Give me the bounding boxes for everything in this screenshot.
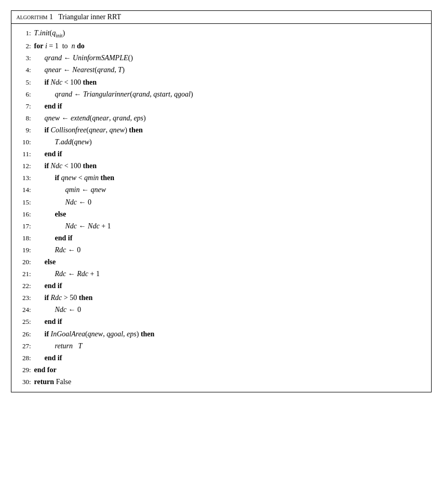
line-content: end if [34,100,426,112]
line-content: Ndc ← Ndc + 1 [34,220,426,232]
line-content: T.add(qnew) [34,136,426,148]
line-number: 20: [17,256,31,267]
line-number: 26: [17,329,31,339]
line-number: 3: [17,52,31,63]
line-content: if InGoalArea(qnew, qgoal, eps) then [34,328,426,340]
line-number: 28: [17,352,31,363]
line-number: 8: [17,113,31,124]
line-content: end if [34,148,426,160]
algorithm-line: 20:else [17,256,426,268]
algorithm-line: 29:end for [17,364,426,376]
line-number: 29: [17,364,31,375]
algorithm-line: 7:end if [17,100,426,112]
line-content: else [34,208,426,220]
line-content: Ndc ← 0 [34,304,426,316]
algorithm-line: 24:Ndc ← 0 [17,304,426,316]
line-number: 13: [17,172,31,183]
algorithm-line: 26:if InGoalArea(qnew, qgoal, eps) then [17,328,426,340]
line-content: end if [34,280,426,292]
line-content: if qnew < qmin then [34,172,426,184]
line-content: qmin ← qnew [34,184,426,196]
algorithm-line: 19:Rdc ← 0 [17,244,426,256]
algorithm-line: 8:qnew ← extend(qnear, qrand, eps) [17,112,426,124]
line-content: qrand ← UninformSAMPLE() [34,52,426,64]
algorithm-line: 12:if Ndc < 100 then [17,160,426,172]
algorithm-line: 4:qnear ← Nearest(qrand, T) [17,64,426,76]
line-content: if Ndc < 100 then [34,160,426,172]
algorithm-body: 1:T.init(qinit)2:for i = 1 to n do3:qran… [11,24,431,392]
line-content: end if [34,232,426,244]
line-content: if Collisonfree(qnear, qnew) then [34,124,426,136]
line-content: T.init(qinit) [34,27,426,40]
line-number: 23: [17,292,31,303]
algorithm-line: 16:else [17,208,426,220]
line-number: 1: [17,28,31,38]
algorithm-line: 10:T.add(qnew) [17,136,426,148]
line-content: return T [34,340,426,352]
line-content: Ndc ← 0 [34,196,426,208]
line-content: qrand ← Triangularinner(qrand, qstart, q… [34,88,426,100]
line-number: 4: [17,64,31,75]
line-number: 25: [17,316,31,327]
algorithm-line: 21:Rdc ← Rdc + 1 [17,268,426,280]
line-content: Rdc ← Rdc + 1 [34,268,426,280]
line-number: 27: [17,340,31,351]
line-number: 2: [17,40,31,51]
line-number: 6: [17,89,31,100]
line-number: 22: [17,280,31,291]
algorithm-line: 11:end if [17,148,426,160]
line-number: 18: [17,233,31,243]
line-content: else [34,256,426,268]
line-number: 30: [17,376,31,387]
line-content: Rdc ← 0 [34,244,426,256]
algorithm-line: 13:if qnew < qmin then [17,172,426,184]
line-number: 11: [17,148,31,159]
line-content: for i = 1 to n do [34,40,426,52]
line-number: 9: [17,125,31,135]
line-number: 5: [17,77,31,88]
line-content: end for [34,364,426,376]
algorithm-line: 9:if Collisonfree(qnear, qnew) then [17,124,426,136]
algorithm-line: 23:if Rdc > 50 then [17,292,426,304]
line-number: 15: [17,197,31,208]
algorithm-line: 30:return False [17,376,426,388]
algorithm-header: algorithm 1 Triangular inner RRT [11,11,431,24]
line-number: 14: [17,184,31,195]
algorithm-label: algorithm 1 [17,13,53,21]
algorithm-line: 27:return T [17,340,426,352]
algorithm-line: 6:qrand ← Triangularinner(qrand, qstart,… [17,88,426,100]
line-content: qnew ← extend(qnear, qrand, eps) [34,112,426,124]
algorithm-line: 14:qmin ← qnew [17,184,426,196]
line-content: end if [34,352,426,364]
algorithm-line: 2:for i = 1 to n do [17,40,426,52]
line-number: 7: [17,101,31,112]
line-number: 16: [17,209,31,220]
line-number: 12: [17,160,31,171]
line-number: 21: [17,268,31,279]
algorithm-box: algorithm 1 Triangular inner RRT 1:T.ini… [11,10,432,392]
line-content: if Rdc > 50 then [34,292,426,304]
algorithm-line: 25:end if [17,316,426,328]
algorithm-line: 17:Ndc ← Ndc + 1 [17,220,426,232]
line-number: 10: [17,137,31,147]
line-content: if Ndc < 100 then [34,76,426,88]
line-content: end if [34,316,426,328]
algorithm-line: 1:T.init(qinit) [17,27,426,40]
algorithm-name: Triangular inner RRT [58,13,121,21]
algorithm-line: 22:end if [17,280,426,292]
line-content: return False [34,376,426,388]
algorithm-line: 5:if Ndc < 100 then [17,76,426,88]
line-content: qnear ← Nearest(qrand, T) [34,64,426,76]
algorithm-line: 3:qrand ← UninformSAMPLE() [17,52,426,64]
algorithm-line: 18:end if [17,232,426,244]
line-number: 19: [17,244,31,255]
line-number: 24: [17,304,31,315]
algorithm-line: 15:Ndc ← 0 [17,196,426,208]
line-number: 17: [17,221,31,231]
algorithm-line: 28:end if [17,352,426,364]
